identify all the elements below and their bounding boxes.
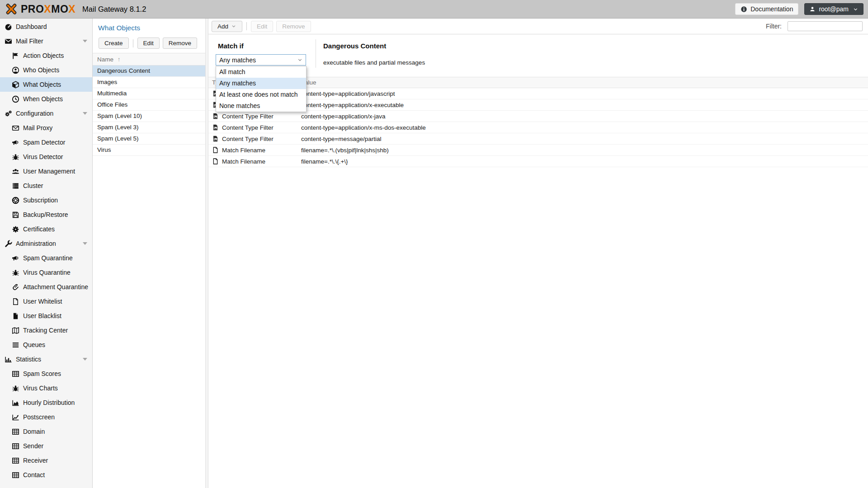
match-if-dropdown-list: All matchAny matchesAt least one does no… (216, 66, 307, 112)
sidebar-item-postscreen[interactable]: Postscreen (0, 410, 92, 424)
sidebar-item-statistics[interactable]: Statistics (0, 352, 92, 366)
envelope-outline-icon (12, 124, 19, 132)
value-column-header[interactable]: Value (297, 77, 868, 88)
table-row[interactable]: Content Type Filtercontent-type=applicat… (208, 99, 868, 111)
sidebar-item-spam-detector[interactable]: Spam Detector (0, 135, 92, 150)
file-outline-icon (212, 146, 219, 154)
panel-splitter[interactable] (205, 19, 208, 488)
table-row[interactable]: Content Type Filtercontent-type=applicat… (208, 122, 868, 133)
list-item-spam-level-5[interactable]: Spam (Level 5) (93, 133, 205, 145)
sidebar-item-configuration[interactable]: Configuration (0, 106, 92, 121)
sidebar-item-label: When Objects (23, 95, 63, 103)
collapse-arrow-icon[interactable] (83, 242, 87, 245)
value-cell: content-type=application/javascript (297, 90, 868, 97)
list-item-office-files[interactable]: Office Files (93, 99, 205, 111)
file-outline-icon (12, 298, 19, 305)
file-image-icon (212, 135, 219, 142)
sidebar-item-attachment-quarantine[interactable]: Attachment Quarantine (0, 280, 92, 294)
collapse-arrow-icon[interactable] (83, 112, 87, 115)
list-item-virus[interactable]: Virus (93, 145, 205, 156)
file-outline-icon (212, 158, 219, 165)
sidebar-item-virus-detector[interactable]: Virus Detector (0, 150, 92, 164)
create-button[interactable]: Create (99, 38, 129, 49)
sidebar-item-subscription[interactable]: Subscription (0, 193, 92, 207)
collapse-arrow-icon[interactable] (83, 358, 87, 361)
sidebar-item-virus-quarantine[interactable]: Virus Quarantine (0, 265, 92, 280)
sidebar-item-contact[interactable]: Contact (0, 468, 92, 482)
name-column-header[interactable]: Name ↑ (93, 53, 205, 66)
table-icon (12, 370, 19, 378)
sidebar-item-spam-scores[interactable]: Spam Scores (0, 366, 92, 381)
table-row[interactable]: Content Type Filtercontent-type=applicat… (208, 111, 868, 122)
sidebar-item-queues[interactable]: Queues (0, 338, 92, 352)
sidebar-item-cluster[interactable]: Cluster (0, 178, 92, 193)
value-cell: content-type=application/x-executable (297, 102, 868, 108)
sidebar-item-mail-filter[interactable]: Mail Filter (0, 34, 92, 48)
list-item-dangerous-content[interactable]: Dangerous Content (93, 66, 205, 77)
sidebar-item-certificates[interactable]: Certificates (0, 222, 92, 236)
dropdown-option-all-match[interactable]: All match (216, 66, 306, 78)
list-item-spam-level-3[interactable]: Spam (Level 3) (93, 122, 205, 133)
add-button[interactable]: Add (212, 21, 242, 32)
bullhorn-icon (12, 139, 19, 146)
sidebar-item-sender[interactable]: Sender (0, 439, 92, 453)
user-menu-button[interactable]: root@pam (804, 3, 863, 15)
sidebar-item-who-objects[interactable]: Who Objects (0, 63, 92, 77)
sidebar-item-receiver[interactable]: Receiver (0, 453, 92, 468)
object-name-heading: Dangerous Content (323, 42, 386, 50)
file-image-icon (212, 124, 219, 131)
sidebar-item-label: Virus Charts (23, 385, 58, 392)
list-item-images[interactable]: Images (93, 77, 205, 88)
sidebar-item-administration[interactable]: Administration (0, 236, 92, 251)
sidebar-item-backup-restore[interactable]: Backup/Restore (0, 207, 92, 222)
sidebar-item-what-objects[interactable]: What Objects (0, 77, 92, 92)
bug-icon (12, 269, 19, 277)
dropdown-option-at-least-one-does-not-match[interactable]: At least one does not match (216, 89, 306, 100)
table-row[interactable]: Match Filenamefilename=.*\.(vbs|pif|lnk|… (208, 145, 868, 156)
sidebar-item-domain[interactable]: Domain (0, 424, 92, 439)
sidebar-item-user-management[interactable]: User Management (0, 164, 92, 178)
dropdown-option-none-matches[interactable]: None matches (216, 100, 306, 112)
chevron-down-icon (231, 23, 236, 29)
filter-input[interactable] (788, 21, 863, 31)
value-cell: filename=.*\.(vbs|pif|lnk|shs|shb) (297, 147, 868, 154)
user-circle-icon (12, 66, 19, 74)
value-cell: content-type=message/partial (297, 136, 868, 142)
table-row[interactable]: Match Filenamefilename=.*\.\{.+\} (208, 156, 868, 167)
edit-object-button[interactable]: Edit (137, 38, 160, 49)
list-item-multimedia[interactable]: Multimedia (93, 88, 205, 99)
sidebar-item-action-objects[interactable]: Action Objects (0, 48, 92, 63)
type-cell: Content Type Filter (208, 113, 297, 120)
documentation-button[interactable]: Documentation (735, 3, 798, 15)
table-row[interactable]: Content Type Filtercontent-type=applicat… (208, 88, 868, 99)
collapse-arrow-icon[interactable] (83, 40, 87, 42)
remove-entry-button[interactable]: Remove (276, 21, 311, 32)
sidebar-item-hourly-distribution[interactable]: Hourly Distribution (0, 395, 92, 410)
type-label: Content Type Filter (222, 136, 274, 142)
list-item-spam-level-10[interactable]: Spam (Level 10) (93, 111, 205, 122)
sidebar-item-spam-quarantine[interactable]: Spam Quarantine (0, 251, 92, 265)
table-body: Content Type Filtercontent-type=applicat… (208, 88, 868, 167)
gears-icon (5, 110, 12, 117)
sidebar-item-when-objects[interactable]: When Objects (0, 92, 92, 106)
edit-entry-button[interactable]: Edit (251, 21, 273, 32)
sidebar-item-user-whitelist[interactable]: User Whitelist (0, 294, 92, 309)
sidebar-item-virus-charts[interactable]: Virus Charts (0, 381, 92, 395)
sidebar-item-tracking-center[interactable]: Tracking Center (0, 323, 92, 338)
sidebar-item-label: Backup/Restore (23, 211, 68, 218)
file-image-icon (212, 113, 219, 120)
remove-object-button[interactable]: Remove (163, 38, 197, 49)
dropdown-option-any-matches[interactable]: Any matches (216, 78, 306, 89)
certificate-icon (12, 225, 19, 233)
table-row[interactable]: Content Type Filtercontent-type=message/… (208, 133, 868, 145)
sidebar-item-label: Tracking Center (23, 327, 68, 334)
sidebar-item-label: Hourly Distribution (23, 399, 75, 406)
match-if-combobox[interactable]: Any matches (216, 54, 306, 66)
bug-icon (12, 385, 19, 392)
sidebar-item-dashboard[interactable]: Dashboard (0, 19, 92, 34)
sidebar-item-user-blacklist[interactable]: User Blacklist (0, 309, 92, 323)
sidebar-item-mail-proxy[interactable]: Mail Proxy (0, 121, 92, 135)
main-panel: Add Edit Remove Filter: Match if Any mat… (208, 19, 868, 488)
sidebar-item-label: Queues (23, 341, 45, 348)
file-solid-icon (12, 312, 19, 320)
